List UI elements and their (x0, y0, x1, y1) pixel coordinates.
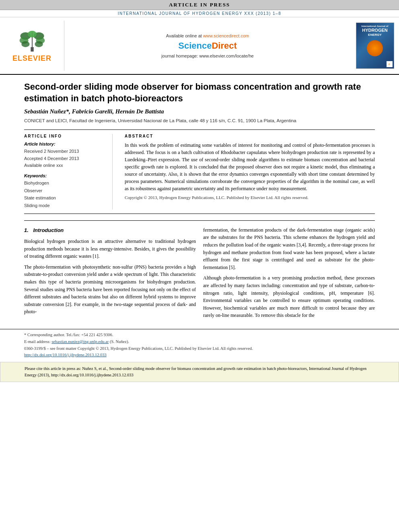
journal-cover-circle (367, 40, 383, 56)
footnote-area: * Corresponding author. Tel./fax: +54 22… (0, 329, 399, 359)
keyword-biohydrogen: Biohydrogen (24, 179, 106, 187)
elsevier-logo: ELSEVIER (12, 29, 51, 63)
intro-right-paragraph-1: fermentation, the fermentation products … (203, 226, 375, 271)
issn-line: 0360-3199/$ – see front matter Copyright… (24, 345, 375, 352)
section-number: 1. (24, 227, 29, 233)
affiliation: CONICET and LEICI, Facultad de Ingenierí… (24, 117, 375, 124)
keywords-label: Keywords: (24, 173, 106, 178)
abstract-header: ABSTRACT (125, 134, 375, 138)
corresponding-author: * Corresponding author. Tel./fax: +54 22… (24, 332, 375, 339)
keyword-state-estimation: State estimation (24, 194, 106, 202)
journal-cover-box: International Journal of HYDROGEN ENERGY… (356, 23, 394, 69)
elsevier-logo-area: ELSEVIER (0, 21, 64, 71)
citation-box: Please cite this article in press as: Nu… (0, 362, 399, 382)
section-1-heading: 1. Introduction (24, 226, 196, 234)
sciencedirect-url[interactable]: www.sciencedirect.com (203, 33, 249, 38)
info-abstract-section: ARTICLE INFO Article history: Received 2… (24, 129, 375, 214)
doi-line: http://dx.doi.org/10.1016/j.ijhydene.201… (24, 352, 375, 359)
available-online-text: Available online at www.sciencedirect.co… (166, 33, 249, 38)
section-title: Introduction (33, 227, 64, 233)
body-left-col: 1. Introduction Biological hydrogen prod… (24, 226, 196, 322)
svg-rect-0 (31, 47, 33, 51)
intro-paragraph-2: The photo-fermentation with photosynthet… (24, 263, 196, 316)
journal-cover-elsevier-mark: E (387, 61, 393, 67)
svg-point-7 (35, 41, 43, 47)
email-line: E-mail address: sebastian.nuniez@ing.unl… (24, 339, 375, 345)
body-two-col: 1. Introduction Biological hydrogen prod… (24, 226, 375, 322)
abstract-text: In this work the problem of estimating s… (125, 142, 375, 192)
intro-paragraph-1: Biological hydrogen production is an att… (24, 238, 196, 260)
article-history-label: Article history: (24, 142, 106, 146)
available-online: Available online xxx (24, 162, 106, 169)
doi-link[interactable]: http://dx.doi.org/10.1016/j.ijhydene.201… (24, 353, 107, 357)
journal-cover-title: International Journal of HYDROGEN ENERGY (362, 25, 389, 37)
journal-homepage: journal homepage: www.elsevier.com/locat… (161, 53, 253, 58)
journal-header-line: INTERNATIONAL JOURNAL OF HYDROGEN ENERGY… (0, 10, 399, 17)
article-in-press-banner: ARTICLE IN PRESS (0, 0, 399, 10)
abstract-column: ABSTRACT In this work the problem of est… (121, 134, 375, 210)
svg-point-4 (21, 41, 29, 47)
article-info-header: ARTICLE INFO (24, 134, 106, 138)
journal-center: Available online at www.sciencedirect.co… (64, 21, 351, 71)
main-content: Second-order sliding mode observer for b… (0, 81, 399, 322)
elsevier-brand-text: ELSEVIER (12, 54, 51, 63)
article-title: Second-order sliding mode observer for b… (24, 81, 375, 104)
article-info-column: ARTICLE INFO Article history: Received 2… (24, 134, 113, 210)
copyright-text: Copyright © 2013, Hydrogen Energy Public… (125, 195, 375, 201)
accepted-date: Accepted 4 December 2013 (24, 155, 106, 162)
received-date: Received 2 November 2013 (24, 148, 106, 155)
section-divider (24, 220, 375, 221)
top-header: ELSEVIER Available online at www.science… (0, 17, 399, 75)
intro-right-paragraph-2: Although photo-fermentation is a very pr… (203, 274, 375, 319)
email-label: E-mail address: (24, 339, 51, 344)
email-name: (S. Nuñez). (110, 339, 129, 344)
keyword-observer: Observer (24, 187, 106, 195)
authors: Sebastián Nuñez*, Fabricio Garelli, Hern… (24, 108, 375, 115)
sciencedirect-logo: ScienceDirect (178, 41, 237, 51)
email-link[interactable]: sebastian.nuniez@ing.unlp.edu.ar (51, 339, 109, 344)
keyword-sliding-mode: Sliding mode (24, 202, 106, 210)
journal-cover-area: International Journal of HYDROGEN ENERGY… (351, 21, 399, 71)
elsevier-tree-icon (16, 29, 48, 53)
body-right-col: fermentation, the fermentation products … (203, 226, 375, 322)
svg-point-8 (27, 31, 36, 38)
